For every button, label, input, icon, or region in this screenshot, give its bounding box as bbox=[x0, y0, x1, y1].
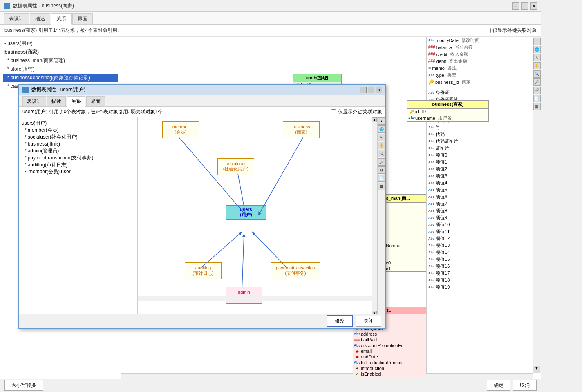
inner-hscrollbar[interactable] bbox=[138, 296, 372, 301]
inner-left-users[interactable]: users(用户) bbox=[22, 120, 135, 127]
inner-diagram: member(会员) socialuser(社会化用户) business(商家… bbox=[138, 117, 385, 316]
main-description: business(商家) 引用了1个表对象，被4个表对象引用. bbox=[4, 27, 119, 34]
abc-icon-28: Abc bbox=[428, 264, 434, 268]
toolbar-btn-page[interactable]: 📄 bbox=[533, 95, 541, 102]
left-item-users[interactable]: - users(用户) bbox=[3, 39, 118, 48]
inner-scroll-up[interactable]: ▲ bbox=[372, 117, 377, 122]
store-field-isEnabled: ✓isEnabled bbox=[353, 371, 426, 377]
inner-tabs: 表设计 描述 关系 界面 bbox=[19, 95, 385, 107]
inner-minimize-btn[interactable]: ─ bbox=[360, 87, 367, 93]
tab-table-design[interactable]: 表设计 bbox=[4, 13, 29, 24]
store-field-discount: AbcdiscountPromotionEn bbox=[353, 343, 426, 348]
field-val4: Abc项值4 bbox=[427, 179, 533, 186]
inner-left-member[interactable]: * member(会员) bbox=[22, 127, 135, 134]
inner-tab-relations[interactable]: 关系 bbox=[67, 96, 85, 107]
inner-toolbar-zoomin[interactable]: 🔍 bbox=[378, 150, 385, 157]
field-code: Abc代码 bbox=[427, 131, 533, 138]
main-tabs: 表设计 描述 关系 界面 bbox=[0, 12, 541, 25]
related-paymenttransaction[interactable]: paymenttransaction(支付事务) bbox=[271, 262, 320, 279]
inner-fk-checkbox[interactable]: 仅显示外键关联对象 bbox=[331, 108, 382, 115]
hash-icon-3: ### bbox=[428, 59, 435, 63]
inner-bottom-bar: 修改 关闭 bbox=[19, 314, 385, 328]
hash-icon-s: ### bbox=[355, 337, 360, 342]
inner-left-socialuser[interactable]: * socialuser(社会化用户) bbox=[22, 134, 135, 141]
abc-icon-26: Abc bbox=[428, 251, 434, 254]
inner-toolbar-page[interactable]: 📄 bbox=[378, 175, 385, 182]
inner-close-dialog-btn[interactable]: 关闭 bbox=[356, 316, 381, 327]
field-val13: Abc项值13 bbox=[427, 242, 533, 249]
inner-left-payment[interactable]: * paymenttransaction(支付事务) bbox=[22, 155, 135, 161]
inner-tab-design[interactable]: 表设计 bbox=[22, 96, 46, 106]
abc-icon-business: Abc bbox=[409, 116, 414, 121]
inner-vscrollbar[interactable]: ▲ ▼ bbox=[372, 117, 377, 316]
convert-case-btn[interactable]: 大小写转换 bbox=[4, 380, 43, 391]
field-val15: Abc项值15 bbox=[427, 256, 533, 263]
left-item-store[interactable]: * store(店铺) bbox=[3, 65, 118, 74]
inner-description: users(用户) 引用了0个表对象，被6个表对象引用. 弱关联对象1个 bbox=[22, 108, 163, 115]
inner-left-auditlog[interactable]: * auditlog(审计日志) bbox=[22, 161, 135, 168]
abc-icon-15: Abc bbox=[428, 174, 434, 178]
abc-icon-18: Abc bbox=[428, 195, 434, 199]
inner-left-business[interactable]: * business(商家) bbox=[22, 141, 135, 148]
inner-toolbar-cursor[interactable]: ↖ bbox=[378, 134, 385, 141]
left-item-businessdepositlog[interactable]: * businessdepositlog(商家预存款记录) bbox=[3, 74, 118, 82]
maximize-btn[interactable]: □ bbox=[521, 2, 528, 10]
related-member[interactable]: member(会员) bbox=[162, 121, 199, 138]
abc-icon-29: Abc bbox=[428, 271, 434, 275]
svg-line-0 bbox=[179, 137, 246, 215]
minimize-btn[interactable]: ─ bbox=[512, 2, 519, 10]
field-memo: ≡ memo 备注 bbox=[427, 65, 533, 72]
inner-toolbar-up[interactable]: ▲ bbox=[378, 117, 385, 125]
confirm-btn[interactable]: 确定 bbox=[487, 380, 510, 391]
inner-left-admin[interactable]: * admin(管理员) bbox=[22, 148, 135, 155]
cancel-btn[interactable]: 取消 bbox=[513, 380, 537, 391]
inner-toolbar-hand[interactable]: ✋ bbox=[378, 142, 385, 149]
toolbar-btn-hand[interactable]: ✋ bbox=[533, 62, 541, 69]
abc-icon-31: Abc bbox=[428, 285, 434, 289]
abc-icon-14: Abc bbox=[428, 167, 434, 171]
main-hscrollbar[interactable] bbox=[121, 373, 533, 379]
inner-maximize-btn[interactable]: □ bbox=[368, 87, 374, 93]
abc-icon-17: Abc bbox=[428, 188, 434, 192]
tab-interface[interactable]: 界面 bbox=[72, 13, 93, 24]
inner-toolbar-fit[interactable]: ⊞ bbox=[378, 166, 385, 174]
related-socialuser[interactable]: socialuser(社会化用户) bbox=[217, 158, 254, 175]
left-item-business[interactable]: business(商家) bbox=[3, 48, 118, 56]
left-item-business-man[interactable]: * business_man(商家管理) bbox=[3, 56, 118, 65]
inner-tab-desc[interactable]: 描述 bbox=[47, 96, 66, 106]
abc-icon-s1: Abc bbox=[355, 332, 360, 336]
show-foreign-key-checkbox[interactable]: 仅显示外键关联对象 bbox=[486, 27, 537, 34]
inner-left-member-user[interactable]: ~ member(会员).user bbox=[22, 168, 135, 175]
field-val19: Abc项值19 bbox=[427, 284, 533, 291]
field-val18: Abc项值18 bbox=[427, 277, 533, 284]
inner-modify-btn[interactable]: 修改 bbox=[327, 315, 353, 327]
inner-tab-interface[interactable]: 界面 bbox=[86, 96, 105, 106]
related-business[interactable]: business(商家) bbox=[283, 121, 320, 138]
inner-toolbar-zoomout[interactable]: 🔎 bbox=[378, 158, 385, 166]
abc-icon: Abc bbox=[428, 38, 434, 42]
tab-description[interactable]: 描述 bbox=[30, 13, 50, 24]
toolbar-btn-globe[interactable]: 🌐 bbox=[533, 46, 541, 53]
abc-icon-20: Abc bbox=[428, 209, 434, 213]
abc-icon-22: Abc bbox=[428, 223, 434, 226]
toolbar-btn-link[interactable]: 🔗 bbox=[533, 87, 541, 94]
scroll-down-btn[interactable]: ▼ bbox=[533, 366, 540, 373]
close-main-btn[interactable]: ✕ bbox=[530, 2, 537, 10]
toolbar-btn-cursor[interactable]: ↖ bbox=[533, 54, 541, 61]
store-field-bailPaid: ###bailPaid bbox=[353, 337, 426, 343]
toolbar-btn-zoom-in[interactable]: 🔍 bbox=[533, 70, 541, 78]
field-code-cert: Abc代码证图片 bbox=[427, 138, 533, 145]
hash-icon: ### bbox=[428, 45, 435, 49]
related-auditlog[interactable]: auditlog(审计日志) bbox=[185, 262, 222, 279]
tab-relations[interactable]: 关系 bbox=[51, 13, 72, 25]
inner-toolbar-grid[interactable]: ▦ bbox=[378, 183, 385, 190]
toolbar-btn-grid[interactable]: ▦ bbox=[533, 103, 541, 110]
inner-toolbar-globe[interactable]: 🌐 bbox=[378, 125, 385, 133]
toolbar-btn-1[interactable]: ↑ bbox=[533, 38, 541, 45]
toolbar-btn-zoom-out[interactable]: 🔎 bbox=[533, 78, 541, 86]
field-balance: ### balance 当前余额 bbox=[427, 44, 533, 51]
check-icon-s: ✓ bbox=[355, 372, 360, 376]
main-field-list[interactable]: Abc modifyDate 修改时间 ### balance 当前余额 ###… bbox=[426, 37, 533, 373]
inner-desc-bar: users(用户) 引用了0个表对象，被6个表对象引用. 弱关联对象1个 仅显示… bbox=[19, 107, 385, 117]
inner-close-btn[interactable]: ✕ bbox=[376, 87, 382, 93]
